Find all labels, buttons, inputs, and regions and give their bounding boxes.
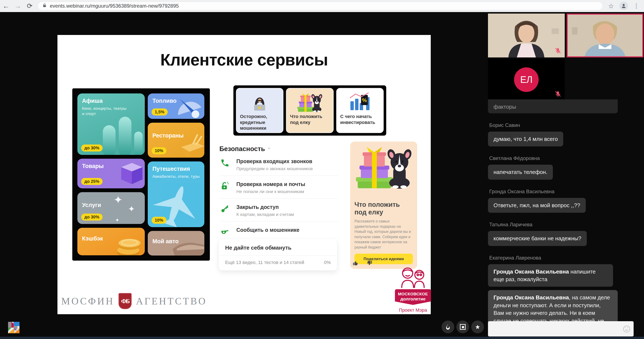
security-item-title: Проверка номера и почты — [236, 181, 305, 187]
chat-message: Гронда Оксана Васильевна напишите еще ра… — [488, 264, 613, 287]
sparkle-icon: ✦ — [114, 193, 123, 206]
elderly-couple-icon — [397, 265, 429, 288]
chat-message: Ответьте, пжл, на мой вопрос ,,?? — [488, 198, 586, 213]
thumb-down-icon[interactable] — [366, 260, 372, 267]
address-bar[interactable]: events.webinar.ru/mguuru/9536389/stream-… — [38, 2, 603, 10]
discount-badge: до 25% — [81, 178, 102, 185]
mosfin-logo: МОСФИН ФБ АГЕНТСТВО — [61, 293, 207, 309]
bookmark-star-icon[interactable]: ☆ — [608, 2, 614, 10]
dolgoletie-banner: МОСКОВСКОЕ долголетие — [395, 289, 431, 305]
sparkle-icon: ✦ — [115, 217, 119, 223]
chat-author: Борис Савин — [489, 122, 638, 128]
card-gifts: Что положить под елку — [286, 88, 334, 133]
chat-message: коммерческие банки не надежны? — [488, 231, 587, 246]
active-speaker-video[interactable] — [567, 13, 643, 57]
bottom-strip — [0, 337, 644, 339]
gauge-icon — [176, 95, 204, 118]
key-icon — [220, 204, 230, 217]
mosfin-text-left: МОСФИН — [61, 296, 114, 307]
stream-controls: ★ — [442, 321, 484, 333]
chat-author: Екатерина Лавренова — [489, 255, 638, 261]
services-tile-grid: Афиша Кино, концерты, театры и спорт до … — [72, 88, 210, 261]
tile-tovary: Товары до 25% — [77, 159, 145, 188]
chat-panel: факторы Борис Савин думаю, что 1,4 млн в… — [488, 99, 638, 330]
security-item-title: Проверка входящих звонков — [236, 158, 313, 164]
tile-uslugi: ✦ ✦ ✦ Услуги до 30% — [77, 192, 145, 224]
discount-badge: 10% — [152, 217, 166, 224]
card-caption: Что положить под елку — [286, 114, 333, 128]
url-text: events.webinar.ru/mguuru/9536389/stream-… — [50, 3, 179, 9]
discount-badge: 1,5% — [152, 108, 168, 115]
security-item-title: Сообщить о мошеннике — [236, 227, 299, 233]
https-lock-icon — [42, 3, 47, 9]
card-fraud-warning: Осторожно, кредитные мошенники — [236, 88, 284, 133]
mguu-logo — [8, 322, 20, 334]
chrome-menu-icon[interactable]: ⋮ — [634, 5, 639, 7]
star-button[interactable]: ★ — [471, 321, 484, 333]
chat-author: Гронда Оксана Васильевна — [489, 189, 638, 195]
discount-badge: 10% — [152, 147, 166, 154]
slide-title: Клиентские сервисы — [58, 50, 431, 69]
car-icon — [172, 237, 204, 256]
phone-icon — [220, 158, 230, 171]
tile-puteshestviya: Путешествия Авиабилеты, отели, туры 10% — [148, 161, 204, 227]
man-video-placeholder — [568, 15, 642, 56]
dolgoletie-subtitle: Проект Мэра — [395, 308, 431, 313]
hacker-icon — [249, 89, 271, 114]
dolgoletie-logo: МОСКОВСКОЕ долголетие Проект Мэра — [395, 265, 431, 313]
chat-message: думаю, что 1,4 млн всего — [488, 132, 563, 146]
promo-title: Что положить под елку — [354, 201, 413, 216]
tile-title: Путешествия — [152, 166, 200, 172]
invest-chart-icon: % — [348, 89, 372, 114]
collapse-chevron-icon: ⌃ — [267, 147, 271, 152]
chat-message: напечатать телефон. — [488, 165, 553, 179]
tile-restorany: Рестораны 10% — [148, 123, 204, 158]
reactions-flame-button[interactable] — [442, 321, 454, 333]
chat-message-input[interactable] — [488, 321, 634, 337]
forward-icon[interactable]: → — [12, 2, 24, 10]
back-icon[interactable]: ← — [0, 2, 12, 10]
participant-video-1[interactable] — [488, 13, 565, 57]
security-section: Безопасность⌃ Проверка входящих звонков … — [220, 145, 338, 241]
promo-card: Что положить под елку Расскажите о самых… — [350, 142, 417, 269]
stories-cards-strip: Осторожно, кредитные мошенники Что полож… — [234, 85, 386, 136]
card-caption: С чего начать инвестировать — [337, 114, 383, 128]
security-item-subtitle: Предупредим о звонках мошенников — [236, 166, 313, 171]
pip-button[interactable] — [456, 321, 469, 333]
mention: Гронда Оксана Васильевна — [494, 294, 569, 301]
tile-subtitle: Авиабилеты, отели, туры — [152, 174, 200, 179]
mic-muted-icon — [554, 90, 562, 98]
reload-icon[interactable]: ⟳ — [24, 2, 36, 10]
tile-toplivo: Топливо 1,5% — [148, 93, 204, 119]
coins-icon — [111, 232, 143, 255]
mic-muted-icon — [554, 47, 562, 55]
security-item-title: Закрыть доступ — [236, 204, 294, 210]
security-header: Безопасность⌃ — [220, 145, 338, 153]
teal-column-art — [103, 125, 116, 155]
security-item-calls: Проверка входящих звонков Предупредим о … — [220, 153, 338, 176]
webinar-screen: ← → ⟳ events.webinar.ru/mguuru/9536389/s… — [0, 0, 644, 339]
teal-column-art — [119, 117, 132, 155]
security-item-subtitle: Не попали ли они к мошенникам — [236, 189, 305, 194]
promo-body: Расскажите о самых удивительных подарках… — [354, 219, 413, 250]
svg-text:%: % — [362, 97, 367, 103]
lock-icon — [220, 181, 230, 194]
security-item-subtitle: К картам, вкладам и счетам — [236, 212, 294, 217]
course-card-title: Не дайте себя обмануть — [219, 239, 337, 255]
course-card-footer: Ещё 13 видео, 11 тестов и 14 статей — [225, 260, 304, 265]
security-item-report: Сообщить о мошеннике — [220, 221, 338, 241]
course-card: Не дайте себя обмануть Ещё 13 видео, 11 … — [218, 239, 337, 271]
gifts-dog-icon — [297, 89, 322, 114]
profile-avatar[interactable] — [620, 2, 628, 10]
emoji-icon[interactable] — [623, 325, 630, 334]
participant-tile-el[interactable]: ЕЛ — [488, 59, 565, 101]
thumb-up-icon[interactable] — [352, 260, 359, 267]
whistle-icon — [220, 227, 230, 236]
browser-toolbar: ← → ⟳ events.webinar.ru/mguuru/9536389/s… — [0, 0, 644, 12]
mosfin-text-right: АГЕНТСТВО — [136, 296, 207, 307]
mosfin-shield-emblem: ФБ — [118, 293, 132, 309]
card-caption: Осторожно, кредитные мошенники — [236, 114, 283, 134]
tile-moyavto: Мой авто — [148, 231, 204, 256]
participant-initials-avatar: ЕЛ — [514, 67, 539, 92]
chat-author: Светлана Фёдоровна — [489, 155, 638, 161]
